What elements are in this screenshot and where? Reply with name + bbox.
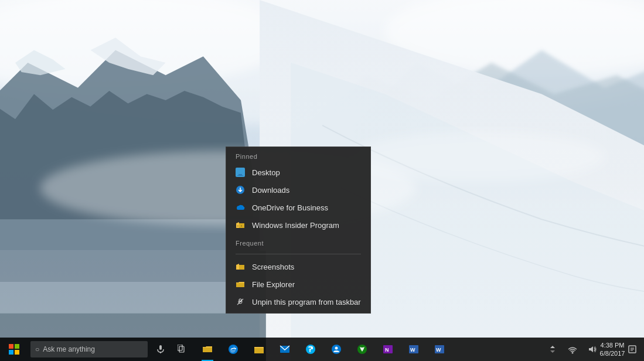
fileexplorer-label: File Explorer [252, 280, 295, 289]
frequent-header: Frequent [226, 234, 370, 250]
svg-rect-24 [179, 346, 184, 352]
desktop-label: Desktop [252, 168, 280, 177]
svg-marker-39 [550, 346, 555, 348]
taskbar-app-explorer2[interactable] [246, 338, 272, 361]
svg-text:W: W [436, 347, 441, 353]
svg-marker-40 [550, 350, 555, 353]
svg-rect-20 [15, 350, 19, 355]
taskbar: ○ Ask me anything [0, 338, 644, 361]
start-button[interactable] [0, 338, 28, 361]
taskbar-tray: 4:38 PM 6/8/2017 [543, 338, 644, 361]
screenshots-icon [236, 262, 245, 271]
time: 4:38 PM [600, 341, 625, 349]
taskbar-apps: N W W [195, 338, 543, 361]
insider-icon [236, 220, 245, 230]
taskview-button[interactable] [171, 338, 195, 361]
search-icon: ○ [35, 345, 39, 353]
pinned-header: Pinned [226, 147, 370, 164]
taskbar-app-word2[interactable]: W [427, 338, 452, 361]
desktop-icon [236, 168, 245, 177]
taskbar-app-onenote[interactable]: N [375, 338, 401, 361]
fileexplorer-icon [236, 280, 245, 289]
taskbar-app-fileexplorer[interactable] [195, 338, 220, 361]
taskbar-app-xbox[interactable] [349, 338, 375, 361]
jumplist-item-unpin[interactable]: Unpin this program from taskbar [226, 293, 370, 311]
unpin-label: Unpin this program from taskbar [252, 298, 361, 306]
svg-rect-21 [159, 345, 162, 350]
downloads-label: Downloads [252, 186, 289, 195]
insider-label: Windows Insider Program [252, 221, 339, 230]
taskbar-search[interactable]: ○ Ask me anything [30, 341, 148, 357]
date: 6/8/2017 [600, 349, 625, 357]
svg-rect-19 [9, 350, 13, 355]
jumplist-item-downloads[interactable]: Downloads [226, 181, 370, 199]
onedrive-icon [236, 203, 245, 212]
svg-rect-17 [9, 344, 13, 349]
jumplist-item-desktop[interactable]: Desktop [226, 164, 370, 181]
svg-rect-9 [236, 169, 244, 174]
svg-text:N: N [385, 347, 389, 353]
svg-rect-23 [178, 345, 182, 350]
svg-point-29 [309, 351, 311, 352]
taskbar-app-skype2[interactable] [323, 338, 349, 361]
svg-text:W: W [410, 347, 415, 353]
volume-icon[interactable] [583, 338, 602, 361]
unpin-icon [236, 297, 245, 306]
tray-icons[interactable] [543, 338, 562, 361]
onedrive-label: OneDrive for Business [252, 203, 328, 212]
screenshots-label: Screenshots [252, 263, 294, 271]
jumplist: Pinned Desktop Downloads OneDrive for Bu… [226, 147, 371, 314]
divider [236, 254, 361, 254]
svg-rect-11 [237, 175, 243, 176]
taskbar-app-skype1[interactable] [298, 338, 323, 361]
svg-point-31 [335, 347, 338, 350]
jumplist-item-insider[interactable]: Windows Insider Program [226, 216, 370, 234]
jumplist-item-screenshots[interactable]: Screenshots [226, 258, 370, 275]
svg-rect-10 [238, 174, 242, 175]
svg-point-5 [354, 132, 605, 182]
taskbar-app-outlook[interactable] [272, 338, 298, 361]
action-center[interactable] [623, 338, 642, 361]
svg-rect-13 [237, 225, 238, 227]
jumplist-item-fileexplorer[interactable]: File Explorer [226, 275, 370, 293]
network-icon[interactable] [563, 338, 582, 361]
cortana-button[interactable] [150, 338, 171, 361]
taskbar-app-word[interactable]: W [401, 338, 427, 361]
search-text: Ask me anything [43, 345, 95, 353]
jumplist-item-onedrive[interactable]: OneDrive for Business [226, 199, 370, 216]
taskbar-app-edge[interactable] [220, 338, 246, 361]
downloads-icon [236, 185, 245, 195]
clock[interactable]: 4:38 PM 6/8/2017 [603, 338, 622, 361]
svg-rect-14 [241, 225, 242, 227]
svg-point-41 [572, 352, 574, 354]
svg-rect-18 [15, 344, 19, 349]
